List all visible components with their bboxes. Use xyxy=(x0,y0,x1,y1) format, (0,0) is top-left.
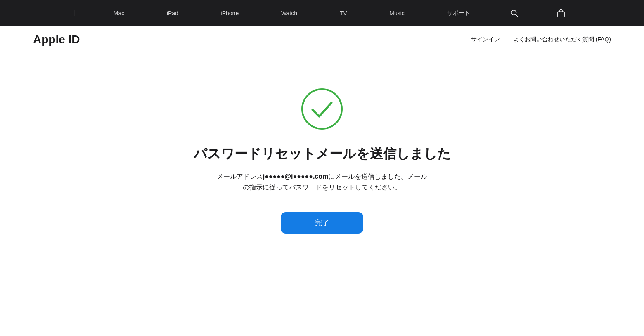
nav-item-support[interactable]: サポート xyxy=(440,0,477,26)
success-title: パスワードリセットメールを送信しました xyxy=(194,145,451,163)
faq-link[interactable]: よくお問い合わせいただく質問 (FAQ) xyxy=(513,36,611,43)
svg-rect-2 xyxy=(558,12,564,17)
main-content: パスワードリセットメールを送信しました メールアドレスj●●●●●@i●●●●●… xyxy=(0,53,644,258)
done-button[interactable]: 完了 xyxy=(281,212,363,234)
desc-part1: メールアドレス xyxy=(217,173,263,180)
search-icon[interactable] xyxy=(506,0,523,26)
apple-id-title: Apple ID xyxy=(33,33,80,46)
signin-link[interactable]: サインイン xyxy=(471,36,500,43)
main-nav:  Mac iPad iPhone Watch TV Music サポート xyxy=(0,0,644,26)
nav-item-iphone[interactable]: iPhone xyxy=(214,0,246,26)
nav-item-music[interactable]: Music xyxy=(383,0,411,26)
nav-item-mac[interactable]: Mac xyxy=(107,0,131,26)
secondary-header: Apple ID サインイン よくお問い合わせいただく質問 (FAQ) xyxy=(0,26,644,53)
success-icon-wrapper xyxy=(299,86,345,132)
header-links: サインイン よくお問い合わせいただく質問 (FAQ) xyxy=(471,36,611,43)
success-checkmark-icon xyxy=(299,86,345,132)
nav-item-ipad[interactable]: iPad xyxy=(160,0,185,26)
email-masked: j●●●●●@i●●●●●.com xyxy=(263,173,328,180)
bag-icon[interactable] xyxy=(552,0,570,26)
svg-line-1 xyxy=(516,14,518,17)
success-description: メールアドレスj●●●●●@i●●●●●.comにメールを送信しました。メールの… xyxy=(215,171,429,192)
nav-item-tv[interactable]: TV xyxy=(333,0,354,26)
nav-item-watch[interactable]: Watch xyxy=(275,0,304,26)
svg-point-3 xyxy=(302,89,342,129)
apple-logo[interactable]:  xyxy=(74,8,78,19)
